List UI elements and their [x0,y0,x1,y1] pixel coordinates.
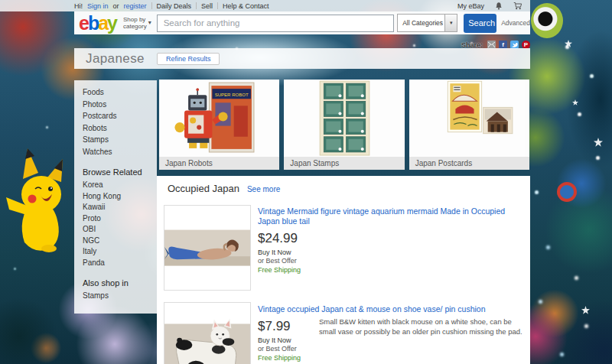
related-item-hong-kong[interactable]: Hong Kong [83,191,157,203]
logo-letter: e [79,12,88,34]
my-ebay-link[interactable]: My eBay [457,2,484,10]
shop-by-label: Shop by category [123,16,147,30]
page: Hi! Sign in or register Daily Deals Sell… [0,0,612,364]
listing-title-link[interactable]: Vintage occupied Japan cat & mouse on sh… [258,304,510,314]
buy-it-now-label: Buy It Now [258,249,526,256]
listing-photo-cat-shoe[interactable] [164,302,251,364]
refine-results-button[interactable]: Refine Results [157,53,220,65]
category-card-japan-robots[interactable]: SUPER ROBOT Japan Robots [159,80,279,170]
logo-letter: b [88,12,98,34]
chevron-down-icon: ▾ [444,15,457,31]
best-offer-label: or Best Offer [258,257,526,265]
shop-by-category-menu[interactable]: Shop by category ▾ [123,16,151,30]
related-item-kawaii[interactable]: Kawaii [83,202,157,213]
related-item-korea[interactable]: Korea [83,180,157,191]
sidebar: Foods Photos Postcards Robots Stamps Wat… [74,80,157,314]
see-more-link[interactable]: See more [247,185,280,193]
sidebar-item-watches[interactable]: Watches [83,146,157,158]
bell-icon[interactable] [494,2,503,11]
cart-icon[interactable] [513,2,522,11]
main-header: ebay Shop by category ▾ All Categories ▾… [74,11,530,34]
star-icon [594,138,603,147]
top-bar: Hi! Sign in or register Daily Deals Sell… [0,0,530,11]
kyogre-art [557,182,577,202]
listing-description: Small B&W kitten with black mouse on a w… [319,317,524,337]
category-card-japan-stamps[interactable]: Japan Stamps [284,80,404,170]
sidebar-item-robots[interactable]: Robots [83,122,157,135]
daily-deals-link[interactable]: Daily Deals [157,2,192,10]
related-item-panda[interactable]: Panda [83,258,157,269]
stamps-card-image [284,80,404,157]
category-card-japan-postcards[interactable]: Japan Postcards [409,80,529,170]
greeting-text: Hi! [74,2,83,10]
listing-info: Vintage Mermaid figure vintage aquarium … [258,206,526,274]
top-bar-left-links: Hi! Sign in or register Daily Deals Sell… [74,0,269,11]
related-item-obi[interactable]: OBI [83,224,157,236]
sidebar-item-postcards[interactable]: Postcards [83,110,157,122]
occupied-japan-panel: Occupied Japan See more Vintage Mermaid … [157,176,530,364]
ebay-logo[interactable]: ebay [79,15,116,31]
robot-card-image: SUPER ROBOT [159,80,279,157]
related-item-ngc[interactable]: NGC [83,236,157,247]
sidebar-item-photos[interactable]: Photos [83,99,157,111]
listing-price: $24.99 [258,231,526,246]
category-select[interactable]: All Categories ▾ [397,14,457,32]
free-shipping-label: Free Shipping [258,354,526,362]
star-icon [565,40,572,47]
category-cards: SUPER ROBOT Japan Robots [159,80,529,170]
svg-text:SUPER ROBOT: SUPER ROBOT [215,93,249,97]
sidebar-item-foods[interactable]: Foods [83,86,157,99]
page-title: Japanese [86,51,145,67]
divider [196,2,197,9]
sign-in-link[interactable]: Sign in [87,2,109,10]
celebi-art [531,3,563,38]
postcards-card-image [409,80,525,157]
top-bar-right-links: My eBay [457,0,522,11]
also-shop-item-stamps[interactable]: Stamps [83,291,157,302]
related-item-italy[interactable]: Italy [83,246,157,258]
cat-shoe-image [164,303,250,364]
star-icon [572,99,578,106]
related-item-proto[interactable]: Proto [83,213,157,225]
listing-photo-mermaid[interactable] [164,205,251,291]
logo-letter: y [107,12,116,34]
advanced-search-link[interactable]: Advanced [501,19,530,27]
logo-letter: a [98,12,107,34]
share-label: Share: [461,41,483,49]
pikachu-art [2,147,78,258]
or-text: or [113,2,119,10]
chevron-down-icon: ▾ [148,19,151,26]
search-input[interactable] [157,15,394,32]
card-label: Japan Postcards [409,157,529,170]
section-header: Occupied Japan See more [168,183,280,194]
star-icon [581,306,590,314]
divider [217,2,218,9]
divider [151,2,152,9]
search-button[interactable]: Search [464,14,496,33]
free-shipping-label: Free Shipping [258,266,526,274]
title-bar: Japanese Refine Results [74,48,530,69]
card-label: Japan Robots [159,157,279,170]
also-shop-in-heading: Also shop in [83,278,157,288]
mermaid-image [164,229,250,266]
sidebar-item-stamps[interactable]: Stamps [83,134,157,146]
help-contact-link[interactable]: Help & Contact [223,2,269,10]
register-link[interactable]: register [124,2,147,10]
browse-related-heading: Browse Related [83,167,157,177]
sell-link[interactable]: Sell [201,2,213,10]
buy-it-now-label: Buy It Now [258,336,526,344]
best-offer-label: or Best Offer [258,345,526,353]
category-select-value: All Categories [398,19,444,27]
listing-title-link[interactable]: Vintage Mermaid figure vintage aquarium … [258,206,526,226]
section-title: Occupied Japan [168,183,239,194]
card-label: Japan Stamps [284,157,404,170]
